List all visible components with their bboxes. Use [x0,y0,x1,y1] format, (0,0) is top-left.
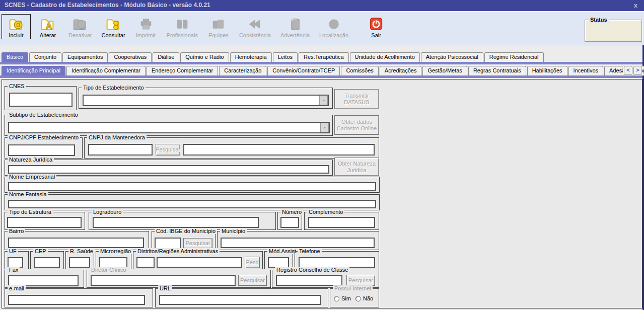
toolbar-button-alterar[interactable]: AAlterar [33,14,62,39]
tipo-estrutura-input[interactable] [7,217,82,228]
tab-habilitacoes[interactable]: Habilitações [527,66,567,75]
tab-scroll-left-icon[interactable]: < [624,66,632,75]
tab-equipamentos[interactable]: Equipamentos [62,52,108,62]
bairro-group: Bairro [5,231,149,250]
fax-input[interactable] [8,275,79,286]
municipio-label: Município [220,228,247,234]
toolbar-button-incluir[interactable]: Incluir [2,14,31,39]
svg-text:A: A [46,21,52,31]
distritos-nome-input[interactable] [157,257,242,268]
cnpj-cpf-input[interactable] [8,144,75,156]
cod-ibge-input[interactable] [155,238,181,249]
section-tabs: Identificação PrincipalIdentificação Com… [2,66,644,75]
folder-include-icon [5,16,27,32]
tab-atencao-psicossocial[interactable]: Atenção Psicossocial [421,52,483,62]
tab-gestao-metas[interactable]: Gestão/Metas [422,66,467,75]
logradouro-input[interactable] [93,217,259,228]
registro-conselho-label: Registro Conselho de Classe [275,267,349,273]
nome-empresarial-input[interactable] [8,182,376,191]
tab-hemoterapia[interactable]: Hemoterapia [230,52,272,62]
possui-internet-label: Possui Internet [333,285,373,291]
radio-nao-label: Não [363,295,373,301]
bairro-input[interactable] [8,238,144,248]
municipio-input[interactable] [221,238,375,248]
cnes-input[interactable] [9,93,73,107]
cod-ibge-label: Cód. IBGE do Município [155,228,217,234]
tab-conjunto[interactable]: Conjunto [29,52,61,62]
tab-convenio-contrato-tcep[interactable]: Convênio/Contrato/TCEP [267,66,340,75]
toolbar-button-consultar[interactable]: Consultar [98,14,128,39]
tab-res-terapeutica[interactable]: Res.Terapêutica [299,52,349,62]
tab-basico[interactable]: Básico [2,52,28,62]
distritos-pesquisar-button: Pesq [245,257,260,268]
microrregiao-input[interactable] [99,257,127,268]
toolbar-button-profissionais: Profissionais [163,14,201,39]
tab-quimio-e-radio[interactable]: Químio e Radio [180,52,229,62]
close-button[interactable]: x [634,1,637,11]
toolbar-button-imprimir: Imprimir [131,14,161,39]
tab-acreditacoes[interactable]: Acreditações [380,66,422,75]
toolbar-button-localizacao: Localização [316,14,352,39]
mantenedora-group: CNPJ da Mantenedora Pesquisar [84,137,379,159]
tab-caracterizacao[interactable]: Caracterização [219,66,266,75]
tab-leitos[interactable]: Leitos [273,52,298,62]
tab-band-1 [0,62,642,64]
exit-power-icon [365,16,387,32]
toolbar-button-sair[interactable]: Sair [362,14,391,39]
municipio-group: Município [217,231,379,250]
toolbar: IncluirAAlterarDesativarConsultarImprimi… [0,11,644,45]
tab-comissoes[interactable]: Comissões [341,66,378,75]
telefone-input[interactable] [299,257,375,268]
tab-cooperativas[interactable]: Cooperativas [109,52,152,62]
diretor-clinico-input[interactable] [91,275,236,286]
tab-unidade-de-acolhimento[interactable]: Unidade de Acolhimento [350,52,420,62]
tipo-estabelecimento-combo[interactable]: ▼ [83,95,329,106]
r-saude-input[interactable] [69,257,90,268]
radio-button-icon [334,296,339,301]
mantenedora-nome-input[interactable] [183,144,375,156]
nome-fantasia-input[interactable] [8,200,376,208]
radio-nao[interactable]: Não [355,295,373,301]
tab-regras-contratuais[interactable]: Regras Contratuais [468,66,526,75]
cep-input[interactable] [34,257,60,268]
numero-input[interactable] [280,217,299,228]
tab-band-2 [0,75,642,78]
tab-identificacao-principal[interactable]: Identificação Principal [2,66,65,75]
email-group: e-mail [5,288,153,307]
uf-label: UF [8,248,18,254]
numero-group: Número [277,212,302,230]
status-groupbox: Status [585,20,642,42]
radio-sim[interactable]: Sim [334,295,351,301]
mod-assist-input[interactable] [268,257,289,268]
telefone-label: Telefone [298,248,322,254]
toolbar-button-label: Incluir [5,32,27,38]
nome-fantasia-label: Nome Fantasia [8,191,48,197]
natureza-juridica-input[interactable] [8,165,329,174]
tab-scroll-right-icon[interactable]: > [633,66,642,75]
mantenedora-cnpj-input[interactable] [88,144,153,156]
registro-conselho-input[interactable] [276,275,342,286]
mantenedora-pesquisar-button: Pesquisar [156,144,180,156]
tab-regime-residencial[interactable]: Regime Residencial [484,52,544,62]
folder-edit-icon: A [37,16,59,32]
title-bar: SCNES - Cadastro de Estabelecimentos - M… [0,0,644,11]
url-input[interactable] [159,295,321,305]
toolbar-button-label: Imprimir [135,32,157,38]
toolbar-button-consistencia: Consistência [236,14,274,39]
tab-incentivos[interactable]: Incentivos [568,66,604,75]
cod-ibge-group: Cód. IBGE do Município Pesquisar [152,231,216,250]
complemento-input[interactable] [308,217,375,228]
tab-endereco-complementar[interactable]: Endereço Complementar [147,66,218,75]
toolbar-button-label: Consistência [239,32,271,38]
subtipo-label: Subtipo de Estabelecimento [8,112,80,118]
uf-input[interactable] [8,257,23,268]
dropdown-arrow-icon[interactable]: ▼ [319,96,328,105]
tab-identificacao-complementar[interactable]: Identificação Complementar [66,66,146,75]
dropdown-arrow-icon[interactable]: ▼ [320,123,329,132]
diretor-clinico-label: Diretor Clínico [90,267,128,273]
tab-dialise[interactable]: Diálise [153,52,179,62]
email-input[interactable] [8,295,145,305]
tipo-estabelecimento-label: Tipo de Estabelecimento [82,85,146,91]
subtipo-combo[interactable]: ▼ [8,122,330,133]
distritos-cod-input[interactable] [136,257,155,268]
